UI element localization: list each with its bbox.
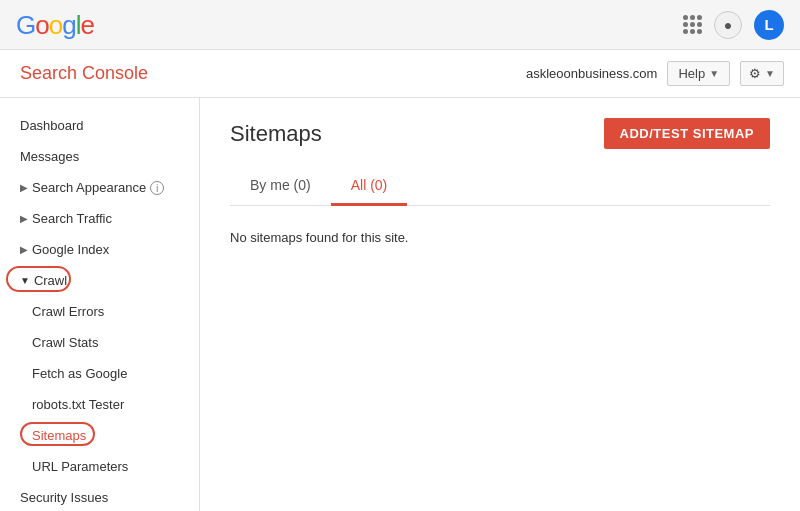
sidebar-item-sitemaps[interactable]: Sitemaps [0,420,199,451]
sidebar-item-security-issues[interactable]: Security Issues [0,482,199,511]
main-layout: Dashboard Messages ▶ Search Appearance i… [0,98,800,511]
google-index-label: Google Index [32,242,109,257]
robots-tester-label: robots.txt Tester [32,397,124,412]
url-parameters-label: URL Parameters [32,459,128,474]
crawl-errors-label: Crawl Errors [32,304,104,319]
content-area: Sitemaps ADD/TEST SITEMAP By me (0) All … [200,98,800,511]
sidebar-item-url-parameters[interactable]: URL Parameters [0,451,199,482]
sidebar-item-dashboard[interactable]: Dashboard [0,110,199,141]
search-appearance-label: Search Appearance [32,180,146,195]
sidebar-item-crawl-errors[interactable]: Crawl Errors [0,296,199,327]
sidebar-item-google-index[interactable]: ▶ Google Index [0,234,199,265]
logo-o2: o [49,12,62,38]
help-button[interactable]: Help ▼ [667,61,730,86]
sidebar-item-messages[interactable]: Messages [0,141,199,172]
dashboard-label: Dashboard [20,118,84,133]
sidebar-item-search-appearance[interactable]: ▶ Search Appearance i [0,172,199,203]
top-bar: G o o g l e ● L [0,0,800,50]
sidebar-item-crawl-stats[interactable]: Crawl Stats [0,327,199,358]
google-index-arrow: ▶ [20,244,28,255]
security-issues-label: Security Issues [20,490,108,505]
sidebar-item-robots-tester[interactable]: robots.txt Tester [0,389,199,420]
logo-e: e [80,12,93,38]
user-avatar[interactable]: L [754,10,784,40]
google-logo: G o o g l e [16,12,94,38]
help-label: Help [678,66,705,81]
settings-button[interactable]: ⚙ ▼ [740,61,784,86]
tab-all[interactable]: All (0) [331,167,408,206]
search-appearance-info-icon[interactable]: i [150,181,164,195]
notifications-icon[interactable]: ● [714,11,742,39]
fetch-as-google-label: Fetch as Google [32,366,127,381]
page-title: Sitemaps [230,121,322,147]
logo-g: G [16,12,35,38]
sidebar-item-search-traffic[interactable]: ▶ Search Traffic [0,203,199,234]
sidebar: Dashboard Messages ▶ Search Appearance i… [0,98,200,511]
messages-label: Messages [20,149,79,164]
sidebar-item-crawl[interactable]: ▼ Crawl [0,265,199,296]
logo-g2: g [62,12,75,38]
crawl-stats-label: Crawl Stats [32,335,98,350]
grid-apps-icon[interactable] [683,15,702,34]
help-dropdown-arrow: ▼ [709,68,719,79]
search-appearance-arrow: ▶ [20,182,28,193]
header: Search Console askleoonbusiness.com Help… [0,50,800,98]
search-traffic-arrow: ▶ [20,213,28,224]
top-right: ● L [683,10,784,40]
domain-label: askleoonbusiness.com [526,66,658,81]
header-right: askleoonbusiness.com Help ▼ ⚙ ▼ [526,61,784,86]
crawl-arrow: ▼ [20,275,30,286]
sitemaps-label: Sitemaps [32,428,86,443]
search-traffic-label: Search Traffic [32,211,112,226]
app-title: Search Console [20,63,148,84]
settings-dropdown-arrow: ▼ [765,68,775,79]
logo-o1: o [35,12,48,38]
settings-icon: ⚙ [749,66,761,81]
tab-by-me[interactable]: By me (0) [230,167,331,206]
content-header: Sitemaps ADD/TEST SITEMAP [230,118,770,149]
add-test-sitemap-button[interactable]: ADD/TEST SITEMAP [604,118,770,149]
tabs-container: By me (0) All (0) [230,167,770,206]
crawl-label: Crawl [34,273,67,288]
empty-message: No sitemaps found for this site. [230,222,770,253]
sidebar-item-fetch-as-google[interactable]: Fetch as Google [0,358,199,389]
